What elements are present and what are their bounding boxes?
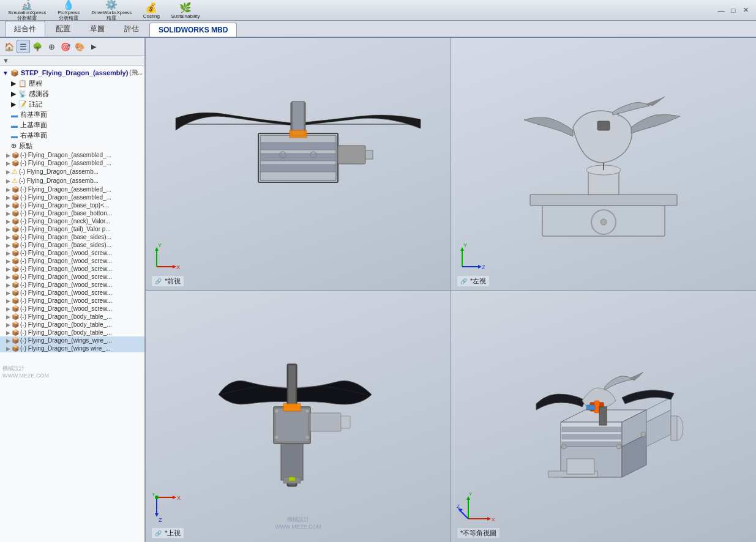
tree-component-14[interactable]: ▶ 📦 (-) Flying_Dragon_(wood_screw... (0, 265, 144, 273)
svg-point-54 (155, 496, 159, 499)
svg-rect-64 (599, 407, 607, 425)
svg-point-23 (601, 219, 607, 225)
svg-rect-37 (275, 409, 309, 442)
svg-rect-38 (283, 404, 301, 411)
tree-item-origin[interactable]: ⊕ 原點 (0, 141, 144, 151)
tree-component-18[interactable]: ▶ 📦 (-) Flying_Dragon_(wood_screw... (0, 297, 144, 305)
tree-component-20[interactable]: ▶ 📦 (-) Flying_Dragon_(body_table_... (0, 313, 144, 321)
viewport-front-label: 🔗 *前視 (152, 276, 184, 286)
panel-watermark: 機械設計 WWW.MEZE.COM (0, 352, 144, 381)
tab-evaluate[interactable]: 評估 (115, 21, 148, 37)
tab-sketch[interactable]: 草圖 (81, 21, 114, 37)
svg-point-43 (275, 409, 279, 413)
svg-rect-57 (562, 434, 621, 439)
tree-component-5[interactable]: ▶ 📦 (-) Flying_Dragon_(assembled_... (0, 193, 144, 201)
tree-component-22[interactable]: ▶ 📦 (-) Flying_Dragon_(body_table_... (0, 329, 144, 336)
filter-icon: ▼ (2, 57, 9, 64)
tree-root[interactable]: ▼ 📦 STEP_Flying_Dragon_(assembly) (飛... (0, 67, 144, 78)
svg-rect-5 (260, 154, 336, 161)
lp-btn-tree[interactable]: 🌳 (31, 40, 44, 53)
tree-component-23[interactable]: ▶ 📦 (-) Flying_Dragon_(wings_wire_... (0, 336, 144, 344)
floxpress-btn[interactable]: 💧 FloXpress 分析精靈 (51, 0, 86, 23)
tree-component-24[interactable]: ▶ 📦 (-) Flying_Dragon_(wings wire_... (0, 344, 144, 352)
tree-component-7[interactable]: ▶ 📦 (-) Flying_Dragon_(base_botton... (0, 209, 144, 217)
svg-text:Y: Y (463, 242, 467, 248)
svg-text:X: X (177, 495, 181, 501)
lp-btn-more[interactable]: ▶ (87, 40, 100, 53)
main-area: 🏠 ☰ 🌳 ⊕ 🎯 🎨 ▶ ▼ ▼ 📦 STEP_Flying_Dragon_(… (0, 38, 756, 542)
tree-item-right-plane[interactable]: ▬ 右基準面 (0, 130, 144, 141)
tree-component-2-warning[interactable]: ▶ ⚠ (-) Flying_Dragon_(assemb... (0, 167, 144, 176)
tree-item-note[interactable]: ▶ 📝 註記 (0, 99, 144, 110)
svg-rect-20 (530, 195, 677, 206)
tree-component-8[interactable]: ▶ 📦 (-) Flying_Dragon_(neck)_Valor... (0, 217, 144, 225)
lp-btn-list[interactable]: ☰ (17, 40, 30, 53)
tab-layout[interactable]: 配置 (47, 21, 80, 37)
svg-point-44 (305, 409, 309, 413)
close-btn[interactable]: ✕ (740, 5, 751, 16)
tree-item-history[interactable]: ▶ 📋 歷程 (0, 78, 144, 89)
lp-btn-color[interactable]: 🎨 (73, 40, 86, 53)
viewport-isometric[interactable]: Y X Z *不等角視圖 (451, 291, 756, 543)
tree-item-front-plane[interactable]: ▬ 前基準面 (0, 110, 144, 120)
tab-mbd[interactable]: SOLIDWORKS MBD (149, 23, 237, 37)
svg-rect-11 (290, 130, 307, 138)
tree-component-15[interactable]: ▶ 📦 (-) Flying_Dragon_(wood_screw... (0, 273, 144, 281)
tree-component-17[interactable]: ▶ 📦 (-) Flying_Dragon_(wood_screw... (0, 289, 144, 297)
lp-btn-filter[interactable]: 🏠 (2, 40, 16, 53)
svg-text:X: X (176, 264, 180, 270)
top-toolbar: 🔬 SimulationXpress 分析精靈 💧 FloXpress 分析精靈… (0, 0, 756, 21)
tree-item-sensor[interactable]: ▶ 📡 感測器 (0, 89, 144, 99)
simxpress-btn[interactable]: 🔬 SimulationXpress 分析精靈 (5, 0, 49, 23)
viewport-left[interactable]: Y Z 🔗 *左視 (451, 38, 756, 290)
tree-component-0[interactable]: ▶ 📦 (-) Flying_Dragon_(assembled_... (0, 151, 144, 159)
tab-assembly[interactable]: 組合件 (5, 21, 45, 37)
lp-btn-plus[interactable]: ⊕ (45, 40, 58, 53)
left-panel-toolbar: 🏠 ☰ 🌳 ⊕ 🎯 🎨 ▶ (0, 38, 144, 56)
tree-component-1[interactable]: ▶ 📦 (-) Flying_Dragon_(assembled_... (0, 159, 144, 167)
svg-rect-41 (281, 444, 303, 480)
viewport-top-label: 🔗 *上視 (152, 528, 184, 538)
sustainability-btn[interactable]: 🌿 Sustainability (168, 1, 203, 20)
window-controls: — □ ✕ (716, 5, 751, 16)
svg-rect-56 (562, 427, 621, 432)
svg-text:X: X (492, 517, 495, 522)
svg-rect-63 (586, 405, 595, 410)
svg-rect-27 (597, 121, 610, 130)
tree-item-top-plane[interactable]: ▬ 上基準面 (0, 120, 144, 130)
driveworks-btn[interactable]: ⚙️ DriveWorksXpress 精靈 (88, 0, 135, 23)
tree-area[interactable]: ▼ 📦 STEP_Flying_Dragon_(assembly) (飛... … (0, 66, 144, 542)
svg-marker-50 (173, 496, 176, 499)
svg-rect-40 (341, 416, 350, 428)
restore-btn[interactable]: □ (728, 5, 739, 16)
costing-btn[interactable]: 💰 Costing (137, 1, 165, 20)
svg-text:Y: Y (158, 242, 162, 248)
svg-text:Y: Y (152, 492, 155, 497)
svg-marker-72 (487, 517, 491, 521)
viewport-isometric-label: *不等角視圖 (457, 528, 500, 538)
tree-component-10[interactable]: ▶ 📦 (-) Flying_Dragon_(base_sides)... (0, 233, 144, 241)
svg-rect-39 (310, 413, 341, 431)
svg-rect-58 (562, 442, 621, 447)
tree-component-13[interactable]: ▶ 📦 (-) Flying_Dragon_(wood_screw... (0, 257, 144, 265)
svg-rect-60 (671, 416, 677, 440)
viewport-top[interactable]: X Z Y 🔗 *上視 機械設計 WWW.MEZE.COM (146, 291, 451, 543)
tree-component-11[interactable]: ▶ 📦 (-) Flying_Dragon_(base_sides)... (0, 241, 144, 249)
svg-text:Z: Z (482, 264, 485, 270)
svg-point-66 (616, 444, 621, 449)
viewport-front[interactable]: Y X 🔗 *前視 (146, 38, 451, 290)
tree-component-19[interactable]: ▶ 📦 (-) Flying_Dragon_(wood_screw... (0, 305, 144, 313)
tree-component-3-warning[interactable]: ▶ ⚠ (-) Flying_Dragon_(assemb... (0, 176, 144, 185)
tree-component-21[interactable]: ▶ 📦 (-) Flying_Dragon_(body_table_... (0, 321, 144, 329)
tree-component-12[interactable]: ▶ 📦 (-) Flying_Dragon_(wood_screw... (0, 249, 144, 257)
svg-rect-4 (260, 143, 336, 150)
svg-rect-10 (365, 150, 373, 159)
svg-text:Z: Z (159, 517, 162, 523)
tree-component-4[interactable]: ▶ 📦 (-) Flying_Dragon_(assembled_... (0, 185, 144, 193)
minimize-btn[interactable]: — (716, 5, 727, 16)
tree-component-6[interactable]: ▶ 📦 (-) Flying_Dragon_(base_top)<... (0, 201, 144, 209)
tree-component-9[interactable]: ▶ 📦 (-) Flying_Dragon_(tail)_Valor p... (0, 225, 144, 233)
svg-rect-9 (338, 146, 365, 164)
lp-btn-target[interactable]: 🎯 (59, 40, 72, 53)
tree-component-16[interactable]: ▶ 📦 (-) Flying_Dragon_(wood_screw... (0, 281, 144, 289)
